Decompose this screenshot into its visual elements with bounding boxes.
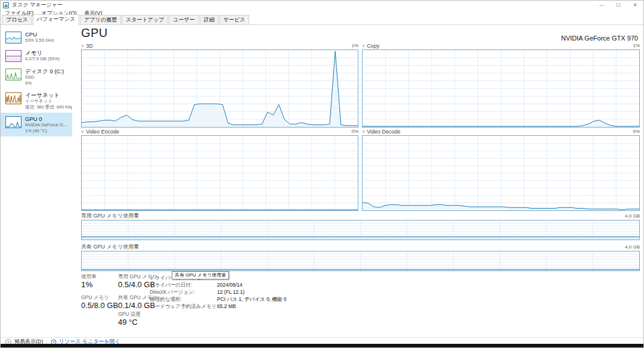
chart-header-3d: ∨3D 1%: [81, 42, 358, 49]
sidebar-memory-title: メモリ: [25, 49, 60, 56]
chart-title-shared-memory: 共有 GPU メモリ使用量: [81, 243, 139, 251]
memory-mini-chart: [5, 50, 21, 62]
sidebar-item-cpu[interactable]: CPU 53% 3.53 GHz: [1, 28, 72, 46]
window-title: タスク マネージャー: [12, 1, 63, 9]
cpu-mini-chart: [5, 32, 21, 44]
tab-processes[interactable]: プロセス: [2, 15, 32, 24]
detail-driver-date-value: 2024/08/14: [217, 281, 243, 288]
sidebar-disk-title: ディスク 0 (C:): [25, 68, 64, 74]
chart-max-shared-memory: 4.0 GB: [625, 244, 640, 250]
sidebar-gpu-stats: 1% (49 °C): [25, 128, 67, 134]
performance-sidebar: CPU 53% 3.53 GHz メモリ 4.2/7.9 GB (53%) ディ…: [1, 26, 72, 336]
sidebar-ethernet-name: イーサネット: [25, 98, 72, 104]
page-title: GPU: [81, 26, 108, 40]
chart-value-video-decode: 0%: [633, 129, 640, 134]
chart-title-video-encode: Video Encode: [86, 129, 119, 135]
sidebar-item-memory[interactable]: メモリ 4.2/7.9 GB (53%): [1, 46, 72, 65]
chart-value-3d: 1%: [351, 43, 358, 48]
chart-header-copy: ∨Copy 1%: [362, 42, 640, 49]
chart-header-video-decode: ∨Video Decode 0%: [362, 128, 640, 135]
sidebar-gpu-title: GPU 0: [25, 116, 67, 122]
chart-dedicated-memory: [81, 220, 640, 240]
window-controls: — ☐ ✕: [593, 1, 643, 10]
maximize-button[interactable]: ☐: [610, 1, 627, 10]
gpu-mini-chart: [5, 116, 21, 128]
stat-temperature-value: 49 °C: [118, 318, 141, 327]
stat-usage: 使用率 1%: [81, 274, 97, 290]
tab-users[interactable]: ユーザー: [169, 15, 199, 24]
tab-performance[interactable]: パフォーマンス: [33, 14, 79, 25]
sidebar-cpu-title: CPU: [25, 31, 54, 38]
detail-driver-date: ドライバーの日付: 2024/08/14: [150, 281, 286, 288]
stat-temperature-label: GPU 温度: [118, 311, 141, 318]
chart-video-encode: [81, 135, 358, 211]
sidebar-disk-usage: 9%: [25, 80, 64, 86]
chart-header-dedicated-memory: 専用 GPU メモリ使用量 4.0 GB: [81, 213, 640, 219]
detail-physical-location: 物理的な場所: PCI バス 1, デバイス 0, 機能 0: [150, 296, 286, 303]
detail-hw-reserved-memory-label: ハードウェア予約済みメモリ:: [150, 303, 217, 310]
detail-directx-version-label: DirectX バージョン:: [150, 288, 217, 296]
chart-title-3d: 3D: [86, 43, 93, 49]
chart-header-shared-memory: 共有 GPU メモリ使用量 4.0 GB: [81, 244, 640, 250]
stat-temperature: GPU 温度 49 °C: [118, 311, 141, 327]
detail-directx-version: DirectX バージョン: 12 (FL 12.1): [150, 288, 286, 296]
detail-driver-date-label: ドライバーの日付:: [150, 281, 217, 288]
sidebar-ethernet-stats: 送信: 360 受信: 640 Kbp: [25, 104, 72, 110]
titlebar: タスク マネージャー — ☐ ✕: [1, 1, 643, 10]
tab-details[interactable]: 詳細: [200, 15, 219, 24]
task-manager-window: タスク マネージャー — ☐ ✕ ファイル(F) オプション(O) 表示(V) …: [0, 0, 644, 348]
detail-hw-reserved-memory: ハードウェア予約済みメモリ: 65.2 MB: [150, 303, 286, 310]
stat-gpu-memory-value: 0.5/8.0 GB: [81, 301, 118, 310]
chart-shared-memory: [81, 251, 640, 271]
tab-strip: プロセス パフォーマンス アプリの履歴 スタートアップ ユーザー 詳細 サービス: [1, 17, 643, 25]
chart-3d: [81, 49, 358, 128]
detail-directx-version-value: 12 (FL 12.1): [217, 288, 244, 296]
ethernet-mini-chart: [5, 92, 21, 104]
shared-gpu-memory-tooltip: 共有 GPU メモリ使用量: [172, 271, 229, 279]
driver-details: ドライバーのバージョン: 94 ドライバーの日付: 2024/08/14 Dir…: [150, 274, 286, 310]
chevron-down-icon: ∨: [362, 129, 365, 134]
chevron-down-icon: ∨: [362, 44, 365, 48]
tab-startup[interactable]: スタートアップ: [122, 15, 168, 24]
chevron-down-icon: ∨: [81, 44, 84, 48]
stat-usage-label: 使用率: [81, 274, 97, 280]
chart-max-dedicated-memory: 4.0 GB: [625, 213, 640, 219]
tab-app-history[interactable]: アプリの履歴: [80, 15, 121, 24]
tab-services[interactable]: サービス: [219, 15, 250, 24]
sidebar-gpu-name: NVIDIA GeForce G...: [25, 122, 67, 128]
chart-value-video-encode: 0%: [351, 129, 358, 134]
sidebar-item-gpu0[interactable]: GPU 0 NVIDIA GeForce G... 1% (49 °C): [1, 113, 72, 136]
disk-mini-chart: [5, 69, 21, 80]
sidebar-cpu-stats: 53% 3.53 GHz: [25, 38, 54, 44]
task-manager-icon: [3, 2, 9, 8]
sidebar-memory-stats: 4.2/7.9 GB (53%): [25, 56, 60, 62]
chart-video-decode: [362, 135, 640, 211]
stat-usage-value: 1%: [81, 280, 97, 290]
chevron-down-icon: ∨: [81, 129, 84, 134]
sidebar-ethernet-title: イーサネット: [25, 92, 72, 98]
close-button[interactable]: ✕: [627, 1, 643, 10]
gpu-device-name: NVIDIA GeForce GTX 970: [561, 35, 638, 42]
detail-physical-location-value: PCI バス 1, デバイス 0, 機能 0: [217, 296, 286, 303]
sidebar-disk-type: SSD: [25, 74, 64, 80]
chart-header-video-encode: ∨Video Encode 0%: [81, 128, 358, 135]
bottom-dark-strip: [1, 344, 643, 347]
detail-physical-location-label: 物理的な場所:: [150, 296, 217, 303]
chart-value-copy: 1%: [633, 43, 640, 48]
chart-copy: [362, 49, 640, 128]
sidebar-item-ethernet[interactable]: イーサネット イーサネット 送信: 360 受信: 640 Kbp: [1, 89, 72, 113]
detail-hw-reserved-memory-value: 65.2 MB: [217, 303, 236, 310]
stat-gpu-memory-label: GPU メモリ: [81, 294, 118, 301]
sidebar-item-disk0[interactable]: ディスク 0 (C:) SSD 9%: [1, 65, 72, 89]
chart-title-copy: Copy: [367, 43, 379, 49]
minimize-button[interactable]: —: [593, 1, 610, 10]
chart-title-dedicated-memory: 専用 GPU メモリ使用量: [81, 212, 139, 220]
stat-gpu-memory: GPU メモリ 0.5/8.0 GB: [81, 294, 118, 310]
chart-title-video-decode: Video Decode: [367, 129, 400, 135]
